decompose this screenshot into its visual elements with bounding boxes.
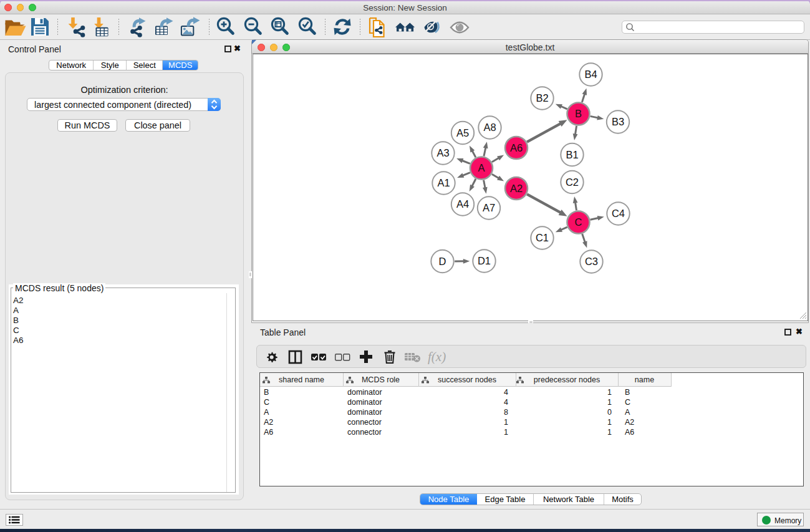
svg-text:C2: C2 (566, 177, 579, 188)
svg-text:A5: A5 (456, 127, 469, 138)
svg-text:A8: A8 (483, 122, 496, 133)
svg-text:C: C (575, 216, 582, 228)
svg-text:A3: A3 (436, 147, 449, 158)
svg-text:A: A (478, 162, 485, 173)
svg-text:C3: C3 (585, 256, 598, 267)
svg-text:B2: B2 (536, 92, 548, 104)
svg-text:B: B (575, 108, 582, 119)
svg-text:A4: A4 (456, 198, 469, 210)
svg-text:A2: A2 (510, 183, 523, 194)
svg-text:B4: B4 (584, 69, 597, 80)
svg-text:C4: C4 (612, 208, 625, 219)
svg-text:B1: B1 (566, 149, 578, 160)
svg-text:A7: A7 (483, 202, 495, 213)
svg-text:C1: C1 (536, 232, 549, 243)
svg-text:D: D (439, 256, 446, 267)
svg-text:D1: D1 (478, 255, 491, 266)
svg-text:B3: B3 (612, 116, 624, 127)
svg-text:A1: A1 (437, 177, 450, 188)
svg-text:A6: A6 (510, 142, 523, 153)
